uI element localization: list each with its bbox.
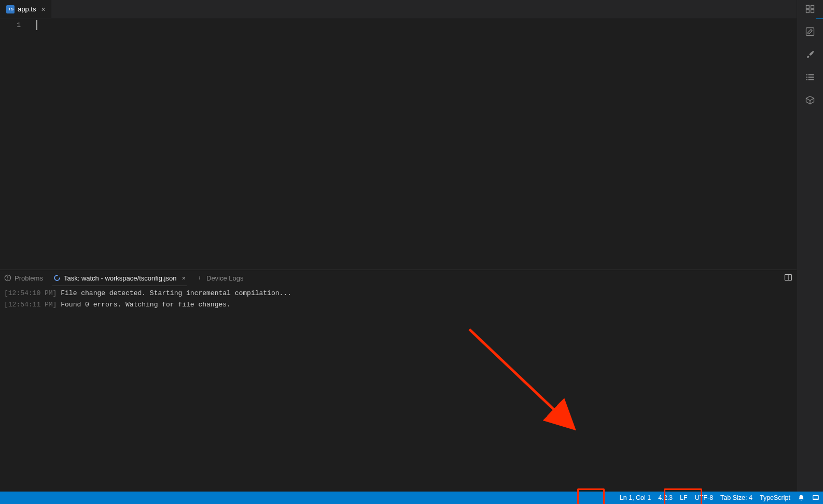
log-timestamp: [12:54:10 PM]: [4, 289, 57, 297]
panel-tab-label: Task: watch - workspace/tsconfig.json: [64, 274, 176, 282]
line-gutter: 1: [0, 19, 31, 270]
panel-tab-device-logs[interactable]: Device Logs: [195, 270, 245, 286]
svg-rect-12: [806, 28, 814, 36]
info-icon: [196, 274, 203, 282]
log-message: File change detected. Starting increment…: [57, 289, 291, 297]
layout-icon[interactable]: [804, 3, 816, 15]
split-panel-icon[interactable]: [784, 273, 792, 283]
annotation-highlight-version: [577, 488, 605, 504]
svg-rect-18: [808, 79, 814, 80]
svg-rect-14: [808, 74, 814, 75]
editor-tab-strip: TS app.ts ×: [0, 0, 797, 19]
status-language-mode[interactable]: TypeScript: [756, 492, 794, 504]
panel-tab-problems[interactable]: Problems: [3, 270, 44, 286]
right-activity-rail: [797, 0, 823, 504]
svg-rect-2: [7, 279, 8, 279]
svg-rect-17: [806, 79, 808, 80]
status-notifications-icon[interactable]: [794, 492, 808, 504]
status-cursor-position[interactable]: Ln 1, Col 1: [616, 492, 654, 504]
svg-rect-1: [7, 276, 8, 278]
editor-tab-filename: app.ts: [18, 5, 36, 13]
svg-point-3: [54, 275, 60, 281]
panel-tab-label: Problems: [15, 274, 43, 282]
svg-rect-8: [806, 5, 810, 8]
panel-output[interactable]: [12:54:10 PM] File change detected. Star…: [0, 286, 797, 504]
svg-rect-11: [806, 10, 810, 13]
svg-rect-10: [811, 10, 814, 13]
log-timestamp: [12:54:11 PM]: [4, 301, 57, 309]
package-icon[interactable]: [804, 94, 816, 106]
line-number: 1: [0, 20, 21, 30]
editor-overview-indicator: [816, 18, 823, 19]
code-area[interactable]: [31, 19, 797, 270]
spinner-icon: [53, 274, 61, 282]
warning-icon: [4, 274, 11, 282]
svg-rect-4: [199, 277, 200, 279]
brush-icon[interactable]: [804, 49, 816, 60]
panel-tab-strip: Problems Task: watch - workspace/tsconfi…: [0, 270, 797, 286]
annotation-highlight-language: [664, 488, 702, 504]
status-feedback-icon[interactable]: [808, 492, 823, 504]
svg-rect-5: [199, 276, 200, 276]
editor-tab[interactable]: TS app.ts ×: [0, 0, 51, 18]
text-cursor: [36, 20, 37, 30]
panel-tab-label: Device Logs: [206, 274, 244, 282]
bottom-panel: Problems Task: watch - workspace/tsconfi…: [0, 270, 797, 504]
typescript-file-icon: TS: [6, 5, 15, 13]
svg-rect-9: [811, 5, 814, 8]
panel-tab-task[interactable]: Task: watch - workspace/tsconfig.json ×: [52, 270, 187, 286]
svg-rect-16: [808, 77, 814, 78]
code-editor[interactable]: 1: [0, 19, 797, 270]
edit-icon[interactable]: [804, 26, 816, 37]
svg-rect-13: [806, 74, 808, 75]
close-tab-icon[interactable]: ×: [41, 5, 45, 13]
log-message: Found 0 errors. Watching for file change…: [57, 301, 230, 309]
status-indentation[interactable]: Tab Size: 4: [717, 492, 756, 504]
svg-rect-20: [813, 499, 819, 500]
main-column: TS app.ts × 1 Problems: [0, 0, 797, 504]
svg-rect-15: [806, 77, 808, 78]
close-panel-tab-icon[interactable]: ×: [182, 274, 186, 282]
list-icon[interactable]: [804, 72, 816, 83]
